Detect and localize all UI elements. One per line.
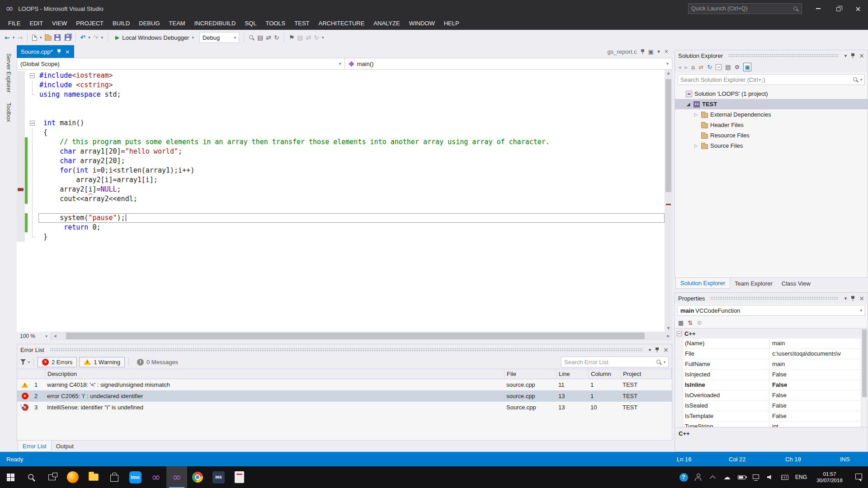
column-header-project[interactable]: Project (621, 369, 672, 379)
code-line[interactable] (17, 109, 665, 118)
breakpoint-margin[interactable] (17, 213, 25, 223)
battery-button[interactable] (734, 466, 749, 488)
property-row-isinline[interactable]: IsInlineFalse (675, 380, 861, 390)
solution-explorer-search-input[interactable] (680, 76, 851, 83)
pin-icon[interactable] (850, 296, 855, 301)
expander-icon[interactable] (693, 112, 699, 117)
search-icon[interactable] (853, 77, 859, 83)
show-all-files-icon[interactable] (725, 64, 731, 70)
solution-explorer-header[interactable]: Solution Explorer (675, 50, 868, 61)
code-line[interactable]: system("pause"); (17, 213, 665, 223)
volume-button[interactable] (763, 466, 778, 488)
alphabetical-icon[interactable] (688, 319, 693, 326)
splitter[interactable] (17, 340, 672, 344)
new-project-icon[interactable] (32, 35, 37, 41)
close-icon[interactable] (859, 295, 864, 302)
scroll-thumb[interactable] (862, 329, 867, 397)
property-value[interactable]: int (769, 422, 861, 427)
forward-icon[interactable] (685, 64, 688, 70)
close-icon[interactable] (65, 48, 70, 55)
onedrive-button[interactable] (720, 466, 734, 488)
breakpoint-margin[interactable] (17, 109, 25, 118)
code-line[interactable] (17, 99, 665, 109)
tree-item-source-files[interactable]: Source Files (675, 141, 868, 151)
property-value[interactable]: c:\users\toqa\documents\v (769, 349, 861, 359)
close-document-icon[interactable] (664, 48, 669, 55)
refresh-icon[interactable] (274, 34, 279, 41)
property-value[interactable]: False (769, 390, 861, 400)
property-row-typestring[interactable]: TypeStringint (675, 422, 861, 427)
breakpoint-margin[interactable] (17, 232, 25, 242)
scroll-left-icon[interactable] (51, 332, 59, 340)
zoom-selector[interactable]: 100 % (17, 332, 51, 340)
show-hidden-icons-button[interactable] (705, 466, 720, 488)
code-line[interactable]: char array1[20]="hello world"; (17, 147, 665, 156)
app-visual-studio-active[interactable] (166, 466, 187, 488)
menu-edit[interactable]: EDIT (25, 17, 47, 30)
error-list-search[interactable] (561, 357, 669, 367)
error-row[interactable]: 2error C2065: 'i' : undeclared identifie… (17, 390, 672, 402)
save-icon[interactable] (54, 34, 61, 41)
code-line-text[interactable]: cout<<array2<<endl; (38, 194, 665, 204)
code-line-text[interactable] (38, 204, 665, 213)
find-in-files-icon[interactable] (249, 35, 255, 41)
app-firefox[interactable] (62, 466, 83, 488)
property-value[interactable]: main (769, 338, 861, 348)
menu-debug[interactable]: DEBUG (134, 17, 164, 30)
toolbar-overflow-caret-icon[interactable] (322, 35, 324, 40)
filter-caret-icon[interactable] (28, 360, 30, 364)
tab-output[interactable]: Output (52, 441, 78, 452)
menu-test[interactable]: TEST (290, 17, 314, 30)
code-line-text[interactable] (38, 99, 665, 109)
scroll-thumb[interactable] (665, 79, 671, 192)
menu-project[interactable]: PROJECT (71, 17, 108, 30)
column-header-line[interactable]: Line (557, 369, 589, 379)
code-line[interactable]: char array2[20]; (17, 156, 665, 166)
scroll-down-icon[interactable] (665, 325, 672, 332)
clock-button[interactable]: 01:57 30/07/2018 (810, 471, 849, 483)
tab-source-cpp[interactable]: Source.cpp* (17, 45, 74, 58)
start-button[interactable] (0, 466, 21, 488)
splitter[interactable] (675, 289, 868, 292)
code-editor[interactable]: #include<iostream>#include <cstring>usin… (17, 70, 665, 332)
property-value[interactable]: False (769, 380, 861, 390)
attach-to-process-icon[interactable] (266, 34, 271, 41)
collapse-icon[interactable] (677, 331, 682, 336)
pin-icon[interactable] (57, 49, 61, 55)
menu-architecture[interactable]: ARCHITECTURE (314, 17, 369, 30)
code-line-text[interactable]: int main() (38, 118, 665, 128)
column-header-file[interactable]: File (505, 369, 557, 379)
breakpoint-margin[interactable] (17, 71, 25, 80)
code-line-text[interactable]: // this program puts some elements in an… (38, 137, 665, 147)
new-item-caret-icon[interactable] (40, 35, 42, 40)
code-line-text[interactable]: { (38, 128, 665, 137)
tab-team-explorer[interactable]: Team Explorer (730, 278, 777, 289)
close-icon[interactable] (859, 52, 864, 59)
fold-collapse-icon[interactable] (30, 73, 35, 78)
breakpoint-margin[interactable] (17, 137, 25, 147)
tree-item-solution-loops-1-project[interactable]: Solution 'LOOPS' (1 project) (675, 89, 868, 99)
column-header-column[interactable]: Column (589, 369, 621, 379)
code-line[interactable]: using namespace std; (17, 90, 665, 99)
menu-incredibuild[interactable]: INCREDIBUILD (190, 17, 241, 30)
property-value[interactable]: main (769, 359, 861, 369)
scope-dropdown[interactable]: (Global Scope) (17, 58, 345, 70)
filter-icon[interactable] (20, 359, 26, 365)
properties-header[interactable]: Properties (675, 293, 868, 304)
disabled-tool-icon[interactable] (314, 34, 319, 41)
pin-icon[interactable] (640, 49, 645, 55)
code-line-text[interactable]: array2[i]=array1[i]; (38, 175, 665, 185)
breakpoint-margin[interactable] (17, 156, 25, 166)
solution-configuration-combo[interactable]: Debug (199, 32, 239, 43)
task-view-button[interactable] (42, 466, 62, 488)
refresh-icon[interactable] (707, 64, 712, 70)
search-icon[interactable] (793, 6, 799, 12)
chevron-down-icon[interactable] (664, 360, 665, 364)
app-imo[interactable]: imo (125, 466, 146, 488)
breakpoint-margin[interactable] (17, 194, 25, 204)
tab-gs-report[interactable]: gs_report.c (604, 48, 657, 55)
error-list-header[interactable]: Error List (17, 344, 672, 355)
minimize-button[interactable] (808, 0, 828, 17)
taskbar-search-button[interactable] (21, 466, 42, 488)
action-center-button[interactable] (849, 466, 868, 488)
